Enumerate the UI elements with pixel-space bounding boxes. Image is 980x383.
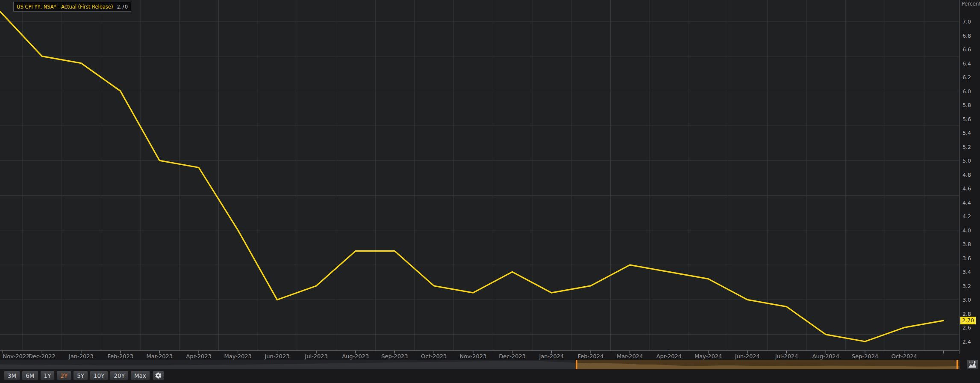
y-axis-tick-label: 4.8	[962, 171, 971, 178]
y-axis-tick-label: 5.2	[962, 143, 971, 150]
range-button-20y[interactable]: 20Y	[110, 371, 128, 380]
y-axis-tick-label: 5.8	[962, 102, 971, 108]
range-button-max[interactable]: Max	[130, 371, 150, 380]
chart-arrow-icon	[968, 361, 977, 368]
series-legend-value: 2.70	[117, 4, 128, 10]
y-axis-tick-label: 6.0	[962, 88, 971, 94]
chart-window: US CPI YY, NSA* - Actual (First Release)…	[0, 0, 980, 383]
plot-area[interactable]	[0, 0, 959, 354]
x-axis-tick-label: Jul-2024	[775, 353, 798, 359]
y-axis-tick-label: 4.2	[962, 213, 971, 220]
range-button-1y[interactable]: 1Y	[40, 371, 55, 380]
range-navigator-scrollbar[interactable]	[0, 360, 959, 369]
y-axis-tick-label: 3.6	[962, 255, 971, 261]
x-axis-tick-label: Jun-2024	[735, 353, 760, 359]
y-axis-tick-label: 2.6	[962, 324, 971, 331]
x-axis-tick-label: Jan-2024	[539, 353, 564, 359]
x-axis-tick-label: Feb-2024	[578, 353, 604, 359]
x-axis-tick-label: Jun-2023	[265, 353, 289, 359]
x-axis-tick-label: Mar-2024	[617, 353, 643, 359]
y-axis-tick-label: 5.6	[962, 116, 971, 122]
y-axis-tick-label: 4.6	[962, 185, 971, 192]
x-axis-tick-label: Apr-2023	[186, 353, 211, 359]
y-axis-tick-label: 5.0	[962, 157, 971, 164]
scroll-to-latest-button[interactable]	[967, 359, 978, 369]
x-axis-tick-label: Aug-2024	[812, 353, 839, 359]
x-axis-tick-label: Nov-2023	[459, 353, 486, 359]
y-axis-tick-label: 3.2	[962, 282, 971, 289]
range-button-2y[interactable]: 2Y	[56, 371, 71, 380]
y-axis-tick-label: 5.4	[962, 130, 971, 136]
y-axis-tick-label: 2.4	[962, 338, 971, 345]
x-axis-tick-label: May-2023	[224, 353, 251, 359]
chart-settings-button[interactable]	[153, 371, 164, 380]
x-axis-tick-label: Sep-2023	[381, 353, 408, 359]
x-axis-tick-label: Oct-2024	[891, 353, 917, 359]
range-handle-right[interactable]	[956, 360, 958, 369]
y-axis-tick-label: 7.0	[962, 18, 971, 25]
x-axis-tick-label: Apr-2024	[656, 353, 682, 359]
series-legend-label: US CPI YY, NSA* - Actual (First Release)	[17, 4, 113, 10]
x-axis-tick-label: Mar-2023	[147, 353, 173, 359]
x-axis-tick-label: May-2024	[695, 353, 722, 359]
range-handle-left[interactable]	[576, 360, 577, 369]
y-axis-tick-label: 6.8	[962, 32, 971, 39]
x-axis-tick-label: Sep-2024	[852, 353, 878, 359]
x-axis-tick-label: Jul-2023	[305, 353, 327, 359]
x-axis-tick-label: Jan-2023	[69, 353, 94, 359]
y-axis-tick-label: 3.0	[962, 297, 971, 303]
range-button-10y[interactable]: 10Y	[90, 371, 108, 380]
x-axis-tick-label: Oct-2023	[421, 353, 447, 359]
y-axis-tick-label: 3.4	[962, 269, 971, 275]
y-axis-tick-label: 2.8	[962, 310, 971, 317]
x-axis-tick-label: Dec-2023	[499, 353, 526, 359]
price-chart-canvas[interactable]	[0, 0, 959, 354]
last-value-badge: 2.70	[960, 317, 976, 324]
range-button-5y[interactable]: 5Y	[73, 371, 88, 380]
range-button-6m[interactable]: 6M	[22, 371, 38, 380]
y-axis-tick-label: 4.4	[962, 199, 971, 205]
x-axis-tick-label: Aug-2023	[342, 353, 369, 359]
gear-icon	[155, 372, 162, 379]
x-axis-tick-label: Feb-2023	[107, 353, 133, 359]
x-axis-tick-label: Nov-2022	[3, 353, 30, 359]
range-toolbar: 3M6M1Y2Y5Y10Y20YMax	[4, 371, 164, 380]
y-axis-tick-label: 6.4	[962, 60, 971, 66]
range-button-3m[interactable]: 3M	[4, 371, 20, 380]
y-axis-tick-label: 6.2	[962, 74, 971, 80]
y-axis-tick-label: 6.6	[962, 46, 971, 53]
y-axis-tick-label: 4.0	[962, 227, 971, 233]
x-axis-tick-label: Dec-2022	[29, 353, 56, 359]
y-axis-tick-label: 3.8	[962, 241, 971, 247]
y-axis-unit-label: Percent	[962, 1, 980, 7]
series-legend[interactable]: US CPI YY, NSA* - Actual (First Release)…	[13, 2, 131, 12]
